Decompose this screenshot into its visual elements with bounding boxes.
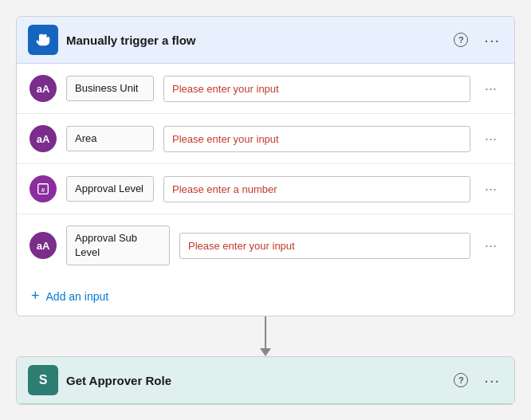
type-label-3: aA [37, 240, 50, 252]
type-icon-number-2: # [30, 175, 57, 202]
connector-line [265, 316, 266, 348]
trigger-card-header: Manually trigger a flow ? ··· [17, 17, 514, 64]
type-label-1: aA [37, 133, 50, 145]
approver-role-icon: S [28, 365, 58, 395]
field-name-approval-level[interactable]: Approval Level [66, 176, 154, 202]
number-icon-svg: # [36, 182, 50, 196]
connector-arrow [260, 316, 271, 356]
hand-icon [34, 31, 52, 49]
type-label-0: aA [37, 83, 50, 95]
field-input-area[interactable] [163, 126, 470, 152]
row-menu-approval-level[interactable]: ··· [480, 179, 502, 199]
add-input-label: Add an input [46, 290, 109, 303]
approver-role-icon-letter: S [39, 373, 48, 387]
approver-role-title: Get Approver Role [66, 374, 442, 387]
approver-role-card-header: S Get Approver Role ? ··· [17, 357, 514, 404]
help-icon: ? [454, 33, 468, 47]
trigger-card: Manually trigger a flow ? ··· aA Busines… [16, 16, 515, 316]
plus-icon: + [31, 288, 40, 304]
more-icon: ··· [484, 31, 500, 49]
field-input-business-unit[interactable] [163, 76, 470, 102]
trigger-header-actions: ? ··· [450, 29, 503, 51]
approver-role-card: S Get Approver Role ? ··· [16, 356, 515, 405]
input-row-area: aA Area ··· [17, 114, 514, 164]
svg-text:#: # [41, 186, 45, 194]
trigger-icon [28, 25, 58, 55]
approver-role-more-button[interactable]: ··· [481, 370, 503, 391]
type-icon-text-3: aA [30, 232, 57, 259]
field-name-business-unit[interactable]: Business Unit [66, 76, 154, 101]
trigger-title: Manually trigger a flow [66, 33, 442, 47]
trigger-more-button[interactable]: ··· [481, 29, 503, 51]
row-menu-business-unit[interactable]: ··· [480, 79, 502, 99]
approver-role-help-button[interactable]: ? [450, 371, 471, 389]
input-row-approval-level: # Approval Level ··· [17, 164, 514, 214]
input-row-approval-sub-level: aA Approval Sub Level ··· [17, 214, 514, 277]
type-icon-text-1: aA [30, 125, 57, 152]
field-input-approval-level[interactable] [163, 176, 470, 202]
arrow-head [260, 348, 271, 356]
more-icon-2: ··· [484, 371, 500, 390]
add-input-row[interactable]: + Add an input [17, 277, 514, 316]
type-icon-text-0: aA [30, 75, 57, 102]
field-input-approval-sub-level[interactable] [179, 233, 470, 259]
input-row-business-unit: aA Business Unit ··· [17, 64, 514, 114]
trigger-help-button[interactable]: ? [450, 31, 471, 49]
row-menu-area[interactable]: ··· [480, 129, 502, 149]
flow-container: Manually trigger a flow ? ··· aA Busines… [16, 16, 515, 405]
approver-role-header-actions: ? ··· [450, 370, 503, 391]
field-name-area[interactable]: Area [66, 126, 154, 151]
help-icon-2: ? [454, 373, 468, 387]
row-menu-approval-sub-level[interactable]: ··· [480, 236, 502, 256]
input-rows: aA Business Unit ··· aA Area ··· [17, 64, 514, 277]
field-name-approval-sub-level[interactable]: Approval Sub Level [66, 226, 170, 265]
